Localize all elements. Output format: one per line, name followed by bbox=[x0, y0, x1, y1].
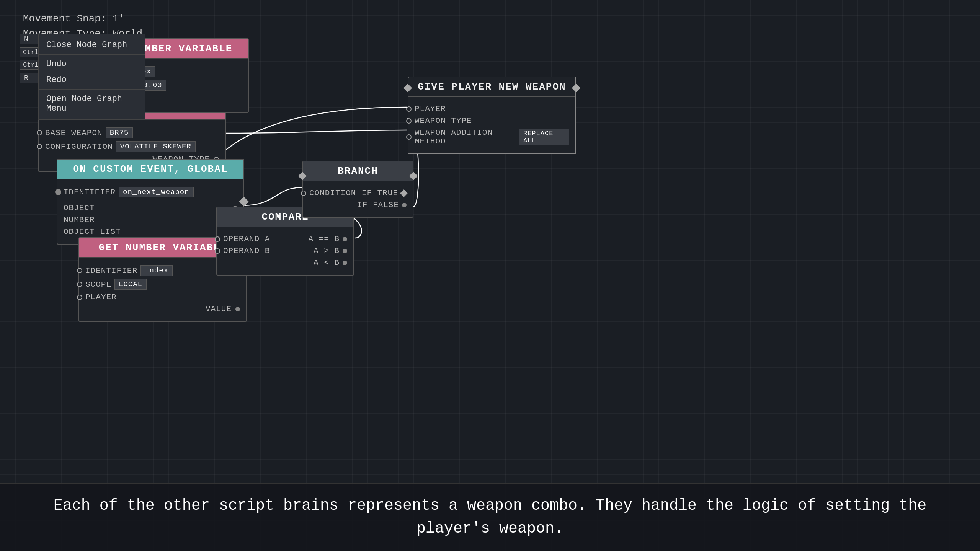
give-weapon-exec-out-port bbox=[572, 84, 581, 93]
compare-a-gt-b-port bbox=[343, 249, 347, 253]
node-branch: BRANCH CONDITION IF TRUE IF FALSE bbox=[302, 161, 413, 218]
menu-separator-2 bbox=[39, 89, 145, 90]
compare-operand-a-label: OPERAND A bbox=[223, 235, 270, 243]
compare-operand-b-port bbox=[215, 248, 220, 254]
give-player-label: PLAYER bbox=[415, 104, 446, 113]
get-value-row: VALUE bbox=[85, 305, 240, 313]
compare-a-eq-b-port bbox=[343, 237, 347, 241]
weapon-config-label: CONFIGURATION bbox=[45, 142, 113, 151]
node-give-player-new-weapon: GIVE PLAYER NEW WEAPON PLAYER WEAPON TYP… bbox=[408, 77, 576, 154]
get-value-port bbox=[235, 307, 240, 311]
branch-exec-in-port bbox=[298, 172, 307, 181]
branch-if-false-label: IF FALSE bbox=[357, 201, 399, 209]
event-number-label: NUMBER bbox=[64, 215, 95, 224]
menu-close-node-graph[interactable]: Close Node Graph bbox=[39, 37, 145, 53]
node-branch-body: CONDITION IF TRUE IF FALSE bbox=[303, 181, 413, 217]
event-object-row: OBJECT bbox=[64, 204, 237, 212]
branch-if-false-port bbox=[402, 203, 407, 207]
node-compare-body: OPERAND A A == B OPERAND B A > B A < B bbox=[217, 227, 353, 275]
get-player-label: PLAYER bbox=[85, 293, 117, 302]
give-weapon-type-label: WEAPON TYPE bbox=[415, 116, 472, 125]
give-weapon-exec-in-port bbox=[403, 84, 412, 93]
branch-if-false-row: IF FALSE bbox=[309, 201, 407, 209]
get-player-row: PLAYER bbox=[85, 293, 240, 302]
give-player-port bbox=[406, 106, 412, 112]
event-number-row: NUMBER bbox=[64, 215, 237, 224]
get-scope-label: SCOPE bbox=[85, 280, 111, 289]
compare-operand-a-row: OPERAND A A == B bbox=[223, 235, 347, 243]
give-weapon-type-port bbox=[406, 118, 412, 124]
give-addition-method-value: REPLACE ALL bbox=[519, 129, 569, 145]
give-weapon-type-row: WEAPON TYPE bbox=[415, 116, 569, 125]
get-scope-row: SCOPE LOCAL bbox=[85, 279, 240, 290]
event-object-label: OBJECT bbox=[64, 204, 95, 212]
give-addition-method-label: WEAPON ADDITION METHOD bbox=[415, 128, 516, 146]
compare-a-lt-b-label: A < B bbox=[314, 258, 340, 267]
compare-a-eq-b-label: A == B bbox=[308, 235, 340, 243]
menu-undo[interactable]: Undo bbox=[39, 56, 145, 72]
compare-operand-a-port bbox=[215, 236, 220, 242]
event-identifier-row: IDENTIFIER on_next_weapon bbox=[64, 187, 237, 197]
event-exec-port bbox=[239, 197, 248, 206]
event-objlist-row: OBJECT LIST bbox=[64, 227, 237, 236]
caption-text: Each of the other script brains represen… bbox=[54, 497, 926, 537]
caption-bar: Each of the other script brains represen… bbox=[0, 483, 980, 551]
compare-operand-b-label: OPERAND B bbox=[223, 246, 270, 255]
node-on-event-header: ON CUSTOM EVENT, GLOBAL bbox=[57, 160, 243, 179]
menu-separator-1 bbox=[39, 54, 145, 55]
get-identifier-port bbox=[77, 268, 82, 273]
get-value-label: VALUE bbox=[206, 305, 232, 313]
branch-condition-label: CONDITION bbox=[309, 189, 356, 197]
context-menu: Close Node Graph Undo Redo Open Node Gra… bbox=[38, 34, 145, 120]
weapon-config-row: CONFIGURATION VOLATILE SKEWER bbox=[45, 141, 219, 152]
branch-condition-port bbox=[301, 191, 306, 196]
get-player-port bbox=[77, 295, 82, 300]
node-give-weapon-header: GIVE PLAYER NEW WEAPON bbox=[408, 77, 575, 97]
branch-exec-out-port bbox=[409, 172, 418, 181]
branch-if-true-label: IF TRUE bbox=[362, 189, 398, 197]
get-scope-value: LOCAL bbox=[114, 279, 147, 290]
menu-redo[interactable]: Redo bbox=[39, 72, 145, 88]
event-objlist-label: OBJECT LIST bbox=[64, 227, 121, 236]
compare-operand-b-row: OPERAND B A > B bbox=[223, 246, 347, 255]
node-give-weapon-body: PLAYER WEAPON TYPE WEAPON ADDITION METHO… bbox=[408, 97, 575, 153]
weapon-config-value: VOLATILE SKEWER bbox=[116, 141, 196, 152]
event-identifier-value: on_next_weapon bbox=[119, 187, 194, 197]
weapon-base-port-left bbox=[37, 130, 42, 135]
weapon-base-row: BASE WEAPON BR75 bbox=[45, 127, 219, 138]
get-scope-port bbox=[77, 282, 82, 287]
get-identifier-label: IDENTIFIER bbox=[85, 266, 137, 275]
weapon-base-value: BR75 bbox=[106, 127, 133, 138]
event-identifier-label: IDENTIFIER bbox=[64, 188, 116, 197]
give-addition-method-row: WEAPON ADDITION METHOD REPLACE ALL bbox=[415, 128, 569, 146]
compare-a-gt-b-label: A > B bbox=[314, 246, 340, 255]
event-identifier-port bbox=[55, 189, 61, 195]
weapon-config-port bbox=[37, 144, 42, 149]
compare-a-lt-b-port bbox=[343, 261, 347, 265]
branch-condition-row: CONDITION IF TRUE bbox=[309, 189, 407, 197]
node-on-event-body: IDENTIFIER on_next_weapon OBJECT NUMBER … bbox=[57, 179, 243, 244]
give-player-row: PLAYER bbox=[415, 104, 569, 113]
movement-snap: Movement Snap: 1' bbox=[23, 11, 142, 26]
get-identifier-value: index bbox=[140, 265, 173, 276]
give-addition-method-port bbox=[406, 134, 412, 140]
weapon-base-label: BASE WEAPON bbox=[45, 129, 103, 137]
compare-a-lt-b-row: A < B bbox=[223, 258, 347, 267]
node-branch-header: BRANCH bbox=[303, 161, 413, 181]
menu-open-node-graph-menu[interactable]: Open Node Graph Menu bbox=[39, 91, 145, 116]
branch-if-true-port bbox=[400, 189, 408, 197]
